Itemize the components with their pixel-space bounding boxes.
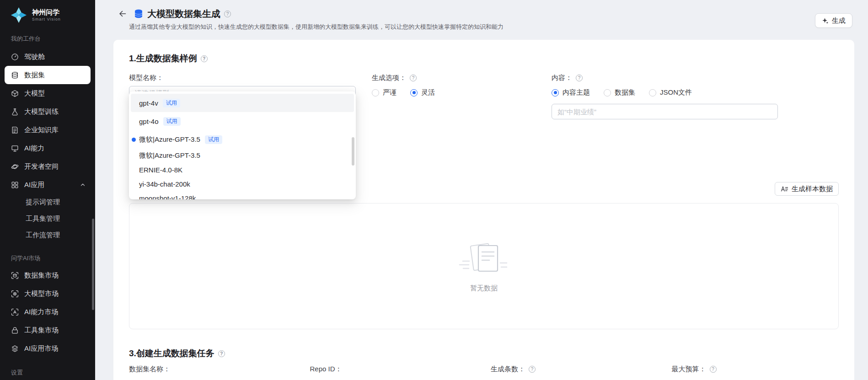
sidebar-item-cockpit[interactable]: 驾驶舱 — [5, 48, 91, 66]
brand-name: 神州问学 — [32, 8, 61, 16]
budget-help-icon[interactable]: ? — [710, 366, 717, 373]
sidebar-item-dataset-market[interactable]: 数据集市场 — [5, 266, 91, 284]
radio-json-file[interactable]: JSON文件 — [649, 88, 692, 97]
grid-icon — [11, 181, 19, 189]
empty-documents-illustration — [456, 240, 511, 278]
radio-dataset[interactable]: 数据集 — [604, 88, 635, 97]
budget-label: 最大预算： — [672, 365, 706, 374]
radio-strict[interactable]: 严谨 — [372, 88, 396, 97]
section1-title-row: 1.生成数据集样例 ? — [129, 53, 839, 64]
count-help-icon[interactable]: ? — [529, 366, 536, 373]
sidebar-item-label: 数据集市场 — [24, 271, 59, 280]
section3-title-row: 3.创建生成数据集任务 ? — [129, 348, 839, 359]
radio-icon — [649, 89, 656, 96]
sidebar-subitem-prompt-management[interactable]: 提示词管理 — [5, 194, 91, 210]
model-option-name: yi-34b-chat-200k — [139, 180, 190, 188]
sidebar-item-label: AI能力市场 — [24, 308, 58, 316]
model-dropdown: gpt-4v 试用 gpt-4o 试用 微软|Azure-GPT-3.5 试用 … — [129, 91, 356, 199]
sidebar-section-market: 问学AI市场 — [11, 254, 95, 262]
section3-title: 3.创建生成数据集任务 — [129, 348, 214, 359]
sidebar-item-dataset[interactable]: 数据集 — [5, 66, 91, 84]
radio-label: JSON文件 — [660, 88, 692, 97]
app-logo[interactable]: 神州问学 Smart Vision — [0, 0, 95, 27]
page-title: 大模型数据集生成 — [147, 8, 220, 20]
sidebar-item-toolset-market[interactable]: 工具集市场 — [5, 321, 91, 339]
ability-market-icon — [11, 308, 19, 316]
title-help-icon[interactable]: ? — [224, 11, 231, 17]
sidebar-scrollbar[interactable] — [92, 219, 94, 310]
content-help-icon[interactable]: ? — [576, 75, 583, 81]
page-header: 大模型数据集生成 ? — [95, 0, 868, 20]
section1-title: 1.生成数据集样例 — [129, 53, 197, 64]
options-help-icon[interactable]: ? — [410, 75, 417, 81]
count-label: 生成条数： — [491, 365, 525, 374]
model-option-name: 微软|Azure-GPT-3.5 — [139, 135, 200, 144]
options-label-row: 生成选项： ? — [372, 74, 536, 82]
monitor-icon — [11, 145, 19, 152]
dropdown-scrollbar[interactable] — [352, 137, 354, 166]
model-option[interactable]: yi-34b-chat-200k — [131, 177, 354, 191]
repo-id-label: Repo ID： — [310, 365, 477, 374]
book-icon — [11, 126, 19, 134]
trial-badge: 试用 — [163, 117, 181, 126]
model-field: 模型名称： 请选择模型 gpt-4v 试用 gpt-4o 试用 — [129, 74, 356, 101]
dataset-market-icon — [11, 272, 19, 279]
model-market-icon — [11, 290, 19, 298]
sidebar-item-model-market[interactable]: 大模型市场 — [5, 284, 91, 303]
budget-field: 最大预算： ? — [672, 365, 839, 380]
sidebar-item-label: 企业知识库 — [24, 126, 59, 134]
section1-help-icon[interactable]: ? — [201, 55, 208, 62]
topic-input[interactable] — [552, 104, 778, 119]
option-selected-dot — [132, 138, 136, 142]
sidebar-item-ai-app-market[interactable]: AI应用市场 — [5, 339, 91, 358]
radio-content-theme[interactable]: 内容主题 — [552, 88, 590, 97]
radio-label: 数据集 — [615, 88, 635, 97]
sidebar-item-ai-app[interactable]: AI应用 — [5, 176, 91, 194]
content-field: 内容： ? 内容主题 数据集 JSON文件 — [552, 74, 839, 119]
model-option[interactable]: 微软|Azure-GPT-3.5 试用 — [131, 130, 354, 149]
model-option[interactable]: ERNIE-4.0-8K — [131, 163, 354, 177]
chevron-up-icon[interactable] — [80, 182, 86, 188]
main-content: 大模型数据集生成 ? 通过蒸馏其他专业大模型的知识，快速生成您的大模型数据集，使… — [95, 0, 868, 380]
radio-flexible[interactable]: 灵活 — [410, 88, 435, 97]
model-option[interactable]: gpt-4o 试用 — [131, 112, 354, 130]
content-label-row: 内容： ? — [552, 74, 839, 82]
sidebar-item-label: AI能力 — [24, 144, 44, 153]
sidebar-subitem-toolset-management[interactable]: 工具集管理 — [5, 210, 91, 227]
radio-checked-icon — [552, 89, 559, 96]
radio-checked-icon — [410, 89, 418, 96]
sidebar-item-ai-ability[interactable]: AI能力 — [5, 139, 91, 157]
sidebar-subitem-label: 工作流管理 — [26, 231, 60, 240]
sidebar-item-model[interactable]: 大模型 — [5, 84, 91, 102]
sidebar-item-label: AI应用 — [24, 181, 44, 189]
radio-label: 内容主题 — [563, 88, 590, 97]
generate-sample-button[interactable]: 生成样本数据 — [775, 182, 839, 196]
model-option-name: gpt-4v — [139, 99, 158, 107]
model-option[interactable]: gpt-4v 试用 — [131, 94, 354, 112]
model-label: 模型名称： — [129, 74, 356, 82]
empty-text: 暂无数据 — [470, 284, 498, 293]
database-icon — [11, 71, 19, 79]
section3-help-icon[interactable]: ? — [218, 350, 225, 357]
dataset-title-icon — [134, 9, 144, 19]
layers-icon — [11, 345, 19, 353]
sidebar-item-model-training[interactable]: 大模型训练 — [5, 102, 91, 121]
brand-tagline: Smart Vision — [32, 16, 61, 22]
sidebar-item-ai-ability-market[interactable]: AI能力市场 — [5, 303, 91, 321]
sidebar-section-settings: 设置 — [11, 369, 95, 377]
model-option[interactable]: moonshot-v1-128k — [131, 191, 354, 199]
sidebar-item-knowledge-base[interactable]: 企业知识库 — [5, 121, 91, 139]
cube-icon — [11, 90, 19, 97]
sidebar-subitem-workflow-management[interactable]: 工作流管理 — [5, 227, 91, 243]
trial-badge: 试用 — [205, 135, 222, 144]
sidebar-item-label: 大模型市场 — [24, 289, 59, 298]
generate-button[interactable]: 生成 — [815, 13, 852, 28]
flask-icon — [11, 108, 19, 116]
radio-icon — [604, 89, 611, 96]
sidebar-item-developer-space[interactable]: 开发者空间 — [5, 157, 91, 176]
options-label: 生成选项： — [372, 74, 406, 82]
model-option[interactable]: 微软|Azure-GPT-3.5 — [131, 149, 354, 163]
sample-data-panel: 暂无数据 — [129, 203, 839, 329]
sidebar-subitem-label: 工具集管理 — [26, 214, 60, 223]
back-button[interactable] — [116, 7, 129, 20]
